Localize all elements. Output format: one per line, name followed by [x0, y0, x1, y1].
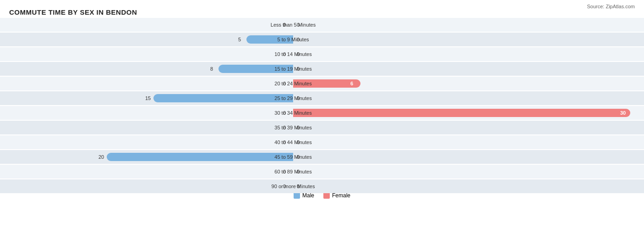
value-female-zero: 0 — [297, 154, 300, 160]
legend-male: Male — [294, 192, 314, 199]
chart-row: 10 to 14 Minutes00 — [0, 47, 644, 61]
chart-row: 35 to 39 Minutes00 — [0, 121, 644, 134]
chart-row: 60 to 89 Minutes00 — [0, 165, 644, 179]
source-text: Source: ZipAtlas.com — [587, 4, 635, 9]
value-male-zero: 0 — [283, 184, 286, 189]
chart-row: 20 to 24 Minutes06 — [0, 77, 644, 90]
legend: Male Female — [0, 192, 644, 199]
value-female-outer: 6 — [350, 81, 353, 86]
value-female-zero: 0 — [297, 140, 300, 145]
row-label: 90 or more Minutes — [272, 184, 315, 189]
chart-title: COMMUTE TIME BY SEX IN BENDON — [0, 5, 644, 18]
value-male-outer: 8 — [210, 66, 213, 72]
value-female-zero: 0 — [297, 95, 300, 101]
value-male-outer: 15 — [145, 95, 151, 101]
value-female-zero: 0 — [297, 184, 300, 189]
row-label: Less than 5 Minutes — [271, 22, 316, 28]
row-label: 35 to 39 Minutes — [274, 125, 311, 130]
value-female-zero: 0 — [297, 51, 300, 57]
value-male-zero: 0 — [283, 125, 286, 130]
bar-male — [107, 153, 293, 161]
chart-area: Less than 5 Minutes005 to 9 Minutes5010 … — [0, 18, 644, 183]
chart-row: 15 to 19 Minutes80 — [0, 62, 644, 76]
legend-female-label: Female — [332, 192, 350, 199]
row-label: 40 to 44 Minutes — [274, 140, 311, 145]
value-male-outer: 20 — [98, 154, 104, 160]
value-male-outer: 5 — [238, 37, 241, 42]
chart-row: 25 to 29 Minutes150 — [0, 91, 644, 105]
value-male-zero: 0 — [283, 140, 286, 145]
value-male-zero: 0 — [283, 22, 286, 28]
value-male-zero: 0 — [283, 169, 286, 174]
legend-female: Female — [323, 192, 350, 199]
chart-row: 30 to 34 Minutes030 — [0, 106, 644, 120]
chart-row: 40 to 44 Minutes00 — [0, 135, 644, 149]
value-male-zero: 0 — [283, 51, 286, 57]
bar-male — [153, 94, 293, 102]
chart-row: Less than 5 Minutes00 — [0, 18, 644, 32]
value-female-outer: 30 — [620, 110, 626, 116]
value-female-zero: 0 — [297, 37, 300, 42]
bar-male — [246, 35, 293, 44]
legend-female-icon — [323, 192, 330, 199]
value-female-zero: 0 — [297, 125, 300, 130]
value-female-zero: 0 — [297, 66, 300, 72]
chart-row: 5 to 9 Minutes50 — [0, 33, 644, 46]
legend-male-icon — [294, 192, 300, 199]
value-female-zero: 0 — [297, 169, 300, 174]
bar-female — [293, 109, 630, 117]
row-label: 10 to 14 Minutes — [274, 51, 311, 57]
row-label: 60 to 89 Minutes — [274, 169, 311, 174]
chart-row: 45 to 59 Minutes200 — [0, 150, 644, 164]
bar-male — [218, 65, 293, 73]
value-male-zero: 0 — [283, 110, 286, 116]
value-female-zero: 0 — [297, 22, 300, 28]
value-male-zero: 0 — [283, 81, 286, 86]
chart-container: COMMUTE TIME BY SEX IN BENDON Source: Zi… — [0, 0, 644, 240]
chart-row: 90 or more Minutes00 — [0, 179, 644, 193]
legend-male-label: Male — [302, 192, 314, 199]
